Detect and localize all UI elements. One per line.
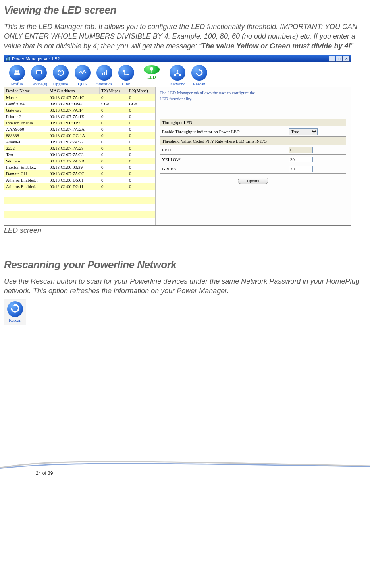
svg-rect-16: [177, 70, 178, 71]
tab-devices[interactable]: Device(s): [28, 65, 50, 86]
tab-upgrade[interactable]: Upgrade: [50, 65, 71, 86]
app-icon: [5, 56, 11, 62]
green-input[interactable]: [289, 166, 313, 172]
yellow-label: YELLOW: [160, 155, 287, 164]
cell-tx: 0: [100, 94, 127, 101]
table-row[interactable]: Damain-21100:13:C1:07:7A:2C00: [4, 170, 155, 177]
para-rescan: Use the Rescan button to scan for your P…: [4, 277, 366, 296]
window-maximize-button[interactable]: □: [336, 56, 343, 62]
window-titlebar: Power Manager ver 1.52 _ □ ✕: [4, 55, 351, 62]
table-row[interactable]: Master00:13:C1:07:7A:1C00: [4, 94, 155, 101]
link-icon: [122, 68, 131, 77]
table-row[interactable]: Conf 916400:13:C1:00:00:47CCoCCo: [4, 101, 155, 107]
cell-rx: 0: [127, 145, 155, 151]
cell-tx: 0: [100, 120, 127, 126]
cell-mac: 00:13:C1:00:D5:01: [48, 177, 100, 183]
svg-rect-0: [6, 58, 8, 61]
table-row[interactable]: Atheros Enabled...00:12:C1:00:D2:1100: [4, 183, 155, 190]
cell-mac: 00:13:C1:07:7A:22: [48, 139, 100, 145]
table-row[interactable]: Test00:13:C1:07:7A:2300: [4, 151, 155, 158]
cell-tx: 0: [100, 151, 127, 158]
tab-led[interactable]: LED: [137, 65, 166, 72]
svg-rect-12: [127, 74, 129, 75]
tab-statistics[interactable]: Statistics: [93, 65, 115, 86]
table-row[interactable]: Atheros Enabled...00:13:C1:00:D5:0100: [4, 177, 155, 183]
cell-name: Atheros Enabled...: [4, 183, 48, 190]
para-rescan-a: Use the: [4, 277, 31, 285]
tab-label: Profile: [11, 81, 23, 86]
col-header-rx[interactable]: RX(Mbps): [127, 87, 155, 94]
tab-link[interactable]: Link: [115, 65, 137, 86]
cell-name: Gateway: [4, 107, 48, 113]
cell-rx: 0: [127, 126, 155, 132]
rescan-button-graphic[interactable]: [7, 301, 23, 317]
tab-label: Rescan: [193, 81, 206, 86]
table-row[interactable]: Printer-200:13:C1:07:7A:1E00: [4, 113, 155, 120]
table-row[interactable]: Asoka-100:13:C1:07:7A:2200: [4, 139, 155, 145]
cell-tx: 0: [100, 113, 127, 120]
tab-network[interactable]: Network: [166, 65, 188, 86]
red-input[interactable]: [289, 147, 313, 153]
led-icon: [147, 65, 156, 74]
cell-rx: 0: [127, 164, 155, 170]
cell-mac: 00:13:C1:07:7A:1C: [48, 94, 100, 101]
col-header-mac[interactable]: MAC Address: [48, 87, 100, 94]
cell-mac: 00:13:C1:00:00:39: [48, 164, 100, 170]
cell-rx: 0: [127, 158, 155, 164]
cell-rx: 0: [127, 107, 155, 113]
table-row[interactable]: Intellon Enable...00:13:C1:00:00:3900: [4, 164, 155, 170]
stats-icon: [100, 68, 109, 77]
cell-mac: 00:13:C1:07:7A:28: [48, 145, 100, 151]
rescan-icon: [195, 68, 204, 77]
table-row[interactable]: 88888800:13:C1:00:CC:1A00: [4, 132, 155, 139]
green-label: GREEN: [160, 165, 287, 174]
cell-mac: 00:13:C1:00:CC:1A: [48, 132, 100, 139]
table-row[interactable]: AAA966000:13:C1:07:7A:2A00: [4, 126, 155, 132]
tab-label: Statistics: [96, 81, 112, 86]
tab-rescan[interactable]: Rescan: [188, 65, 210, 86]
cell-tx: 0: [100, 177, 127, 183]
tab-qos[interactable]: QOS: [71, 65, 93, 86]
network-icon: [173, 68, 182, 77]
cell-tx: 0: [100, 170, 127, 177]
col-header-name[interactable]: Device Name: [4, 87, 48, 94]
footer-swoosh: [0, 457, 370, 469]
window-minimize-button[interactable]: _: [329, 56, 335, 62]
window-title: Power Manager ver 1.52: [12, 56, 329, 61]
yellow-input[interactable]: [289, 157, 313, 162]
tab-label: Device(s): [30, 81, 47, 86]
cell-name: Conf 9164: [4, 101, 48, 107]
heading-viewing-led: Viewing the LED screen: [4, 4, 366, 16]
cell-rx: 0: [127, 113, 155, 120]
info-text: The LED Manager tab allows the user to c…: [160, 90, 263, 102]
tab-profile[interactable]: Profile: [6, 65, 28, 86]
cell-mac: 00:13:C1:07:7A:23: [48, 151, 100, 158]
device-table-panel: Device Name MAC Address TX(Mbps) RX(Mbps…: [4, 87, 156, 225]
cell-mac: 00:13:C1:07:7A:14: [48, 107, 100, 113]
cell-tx: 0: [100, 126, 127, 132]
cell-tx: 0: [100, 183, 127, 190]
update-button[interactable]: Update: [238, 178, 269, 184]
cell-mac: 00:13:C1:07:7A:2B: [48, 158, 100, 164]
caption-led-screen: LED screen: [4, 226, 366, 235]
figure-rescan-button: Rescan: [4, 299, 26, 325]
tab-label: Network: [170, 81, 185, 86]
para-rescan-c: button to scan for your Powerline device…: [4, 277, 359, 295]
table-row[interactable]: 222200:13:C1:07:7A:2800: [4, 145, 155, 151]
col-header-tx[interactable]: TX(Mbps): [100, 87, 127, 94]
cell-rx: 0: [127, 177, 155, 183]
enable-throughput-select[interactable]: True: [289, 128, 318, 135]
window-close-button[interactable]: ✕: [343, 56, 350, 62]
table-row[interactable]: William00:13:C1:07:7A:2B00: [4, 158, 155, 164]
cell-tx: 0: [100, 132, 127, 139]
cell-name: Printer-2: [4, 113, 48, 120]
table-row[interactable]: Intellon Enable...00:13:C1:00:00:3D00: [4, 120, 155, 126]
cell-name: 888888: [4, 132, 48, 139]
cell-rx: 0: [127, 120, 155, 126]
cell-name: Intellon Enable...: [4, 164, 48, 170]
svg-rect-4: [14, 73, 20, 75]
cell-rx: 0: [127, 170, 155, 177]
svg-rect-9: [104, 72, 105, 75]
table-row-blank: [4, 190, 155, 197]
table-row[interactable]: Gateway00:13:C1:07:7A:1400: [4, 107, 155, 113]
